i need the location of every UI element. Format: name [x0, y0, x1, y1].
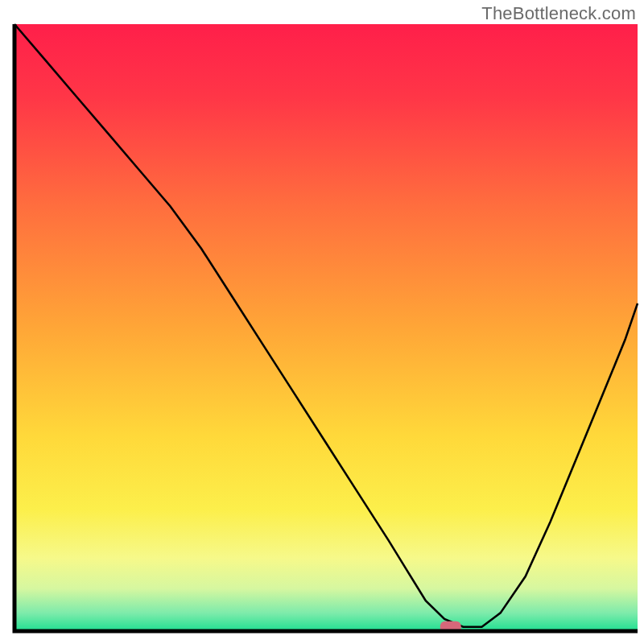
bottleneck-chart — [0, 0, 644, 644]
watermark-text: TheBottleneck.com — [481, 3, 636, 24]
chart-frame: TheBottleneck.com — [0, 0, 644, 644]
gradient-background — [14, 24, 638, 631]
